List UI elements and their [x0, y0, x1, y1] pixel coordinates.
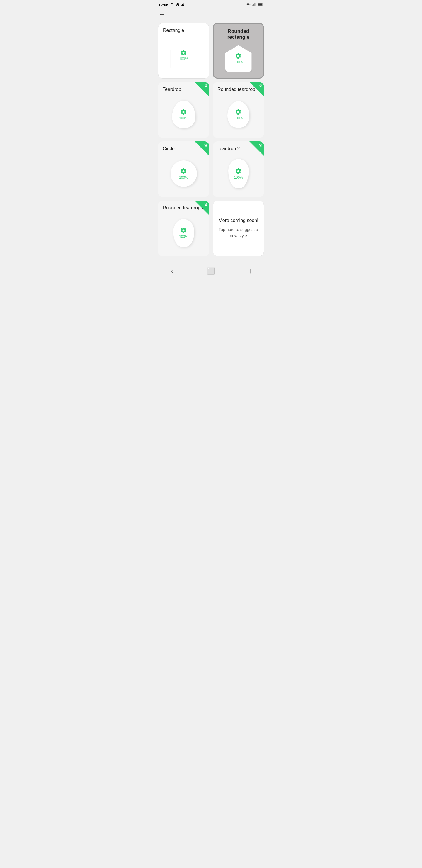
crown-icon-teardrop: ♛ — [204, 84, 208, 88]
rounded-teardrop-shape-wrapper: 100% — [218, 96, 259, 133]
shape-inner-5: 100% — [179, 168, 188, 180]
svg-text:+: + — [250, 3, 251, 5]
shape-inner-3: 100% — [179, 108, 188, 120]
shape-inner: 100% — [179, 49, 188, 61]
teardrop2-title: Teardrop 2 — [218, 146, 240, 151]
nav-home-button[interactable]: ⬜ — [201, 266, 221, 276]
rounded-teardrop-card[interactable]: ♛ Rounded teardrop 100% — [213, 82, 264, 138]
rounded-house-shape: 100% — [225, 45, 252, 71]
svg-rect-9 — [263, 4, 263, 5]
crown-badge-circle: ♛ — [195, 141, 209, 156]
teardrop-shape-wrapper: 100% — [163, 96, 204, 133]
rectangle-title: Rectangle — [163, 28, 184, 33]
signal-icon — [252, 2, 256, 7]
shape-inner-6: 100% — [234, 168, 243, 180]
gear-icon-6 — [235, 168, 242, 175]
teardrop-shape: 100% — [172, 101, 195, 128]
rounded-rectangle-card[interactable]: Rounded rectangle 100% — [213, 23, 264, 79]
rounded-rectangle-percent: 100% — [234, 60, 243, 64]
shape-inner-7: 100% — [179, 227, 188, 239]
rectangle-card[interactable]: Rectangle 100% — [158, 23, 209, 79]
rectangle-shape-wrapper: 100% — [163, 37, 204, 73]
crown-badge-teardrop: ♛ — [195, 82, 209, 97]
nav-back-button[interactable]: ‹ — [165, 266, 179, 276]
shape-inner-4: 100% — [234, 108, 243, 120]
crown-icon-teardrop2: ♛ — [259, 143, 263, 148]
rounded-rectangle-title: Rounded rectangle — [218, 28, 258, 40]
rounded-teardrop2-shape: 100% — [173, 219, 194, 247]
circle-title: Circle — [163, 146, 175, 151]
gear-icon-2 — [235, 53, 242, 60]
crown-icon-rounded-teardrop2: ♛ — [204, 202, 208, 207]
shape-inner-2: 100% — [234, 53, 243, 64]
nav-bar: ‹ ⬜ ⦀ — [154, 263, 268, 281]
gear-icon-5 — [180, 168, 187, 175]
rectangle-percent: 100% — [179, 57, 188, 61]
crown-icon-circle: ♛ — [204, 143, 208, 148]
rounded-teardrop2-shape-wrapper: 100% — [163, 214, 204, 252]
svg-rect-6 — [256, 3, 256, 6]
gear-icon-7 — [180, 227, 187, 234]
status-left: 12:06 🗒 ⏱ ✖ — [159, 3, 184, 7]
rounded-rectangle-shape-wrapper: 100% — [218, 44, 258, 73]
battery-icon — [258, 3, 263, 7]
rounded-teardrop2-card[interactable]: ♛ Rounded teardrop 2 100% — [158, 200, 209, 256]
rounded-teardrop-shape: 100% — [227, 101, 249, 128]
crown-badge-teardrop2: ♛ — [249, 141, 264, 156]
teardrop-percent: 100% — [179, 116, 188, 120]
teardrop2-percent: 100% — [234, 175, 243, 180]
rounded-teardrop-percent: 100% — [234, 116, 243, 120]
nav-recents-button[interactable]: ⦀ — [242, 266, 257, 276]
gear-icon — [180, 49, 187, 56]
circle-percent: 100% — [179, 175, 188, 180]
more-card-subtitle: Tap here to suggest a new style — [218, 227, 259, 239]
svg-rect-8 — [258, 3, 262, 6]
teardrop2-shape: 100% — [228, 159, 249, 188]
gear-icon-3 — [180, 108, 187, 116]
rounded-teardrop-title: Rounded teardrop — [218, 87, 255, 92]
teardrop-card[interactable]: ♛ Teardrop 100% — [158, 82, 209, 138]
more-card-title: More coming soon! — [218, 218, 258, 223]
teardrop-title: Teardrop — [163, 87, 181, 92]
svg-point-0 — [248, 6, 249, 6]
circle-card[interactable]: ♛ Circle 100% — [158, 141, 209, 197]
clipboard-icon: 🗒 — [170, 3, 174, 7]
house-shape: 100% — [170, 42, 197, 68]
svg-rect-4 — [254, 4, 254, 6]
svg-rect-3 — [253, 4, 253, 6]
status-right: + — [245, 2, 263, 7]
time: 12:06 — [159, 3, 168, 7]
teardrop2-shape-wrapper: 100% — [218, 155, 259, 192]
svg-rect-2 — [252, 5, 252, 6]
close-icon: ✖ — [181, 3, 184, 7]
circle-shape-wrapper: 100% — [163, 155, 204, 192]
rounded-teardrop2-title: Rounded teardrop 2 — [163, 205, 204, 211]
rounded-teardrop2-percent: 100% — [179, 235, 188, 239]
crown-icon-rounded-teardrop: ♛ — [259, 84, 263, 88]
more-card[interactable]: More coming soon! Tap here to suggest a … — [213, 200, 264, 256]
circle-shape: 100% — [170, 160, 197, 187]
status-bar: 12:06 🗒 ⏱ ✖ + — [154, 0, 268, 8]
svg-rect-5 — [255, 3, 255, 6]
teardrop2-card[interactable]: ♛ Teardrop 2 100% — [213, 141, 264, 197]
shape-grid: Rectangle 100% Rounded rectangle — [154, 21, 268, 260]
back-button[interactable]: ← — [154, 8, 268, 21]
wifi-icon: + — [245, 2, 251, 7]
history-icon: ⏱ — [175, 3, 180, 7]
gear-icon-4 — [235, 108, 242, 116]
